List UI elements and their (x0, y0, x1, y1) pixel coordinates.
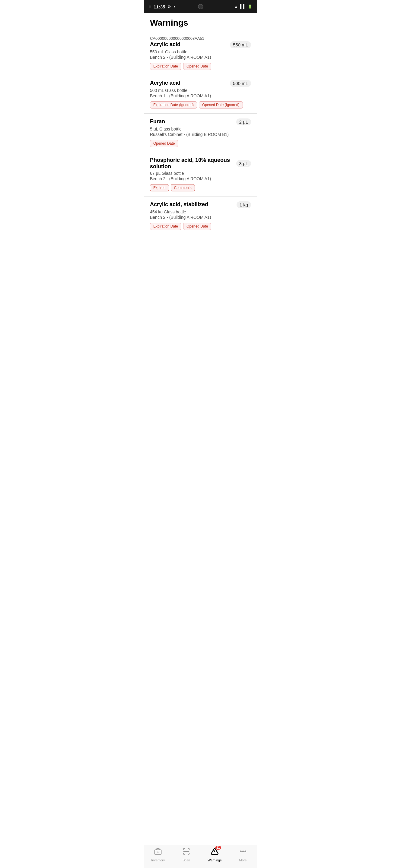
list-item[interactable]: Acrylic acid, stabilized 1 kg 454 kg Gla… (144, 196, 257, 235)
svg-point-8 (245, 851, 246, 852)
nav-item-more[interactable]: More (229, 847, 257, 862)
nav-item-scan[interactable]: Scan (172, 847, 201, 862)
nav-label-warnings: Warnings (208, 858, 222, 862)
signal-icon: ▌▌ (240, 4, 246, 9)
list-item[interactable]: Furan 2 μL 5 μL Glass bottle Russell's C… (144, 114, 257, 152)
tag-expiration-date: Expiration Date (150, 223, 181, 230)
item-description: 454 kg Glass bottle (150, 210, 251, 214)
item-quantity: 2 μL (236, 119, 251, 125)
item-tags: Expiration Date Opened Date (150, 63, 251, 70)
nav-label-more: More (239, 858, 247, 862)
nav-label-scan: Scan (182, 858, 190, 862)
item-tags: Expiration Date Opened Date (150, 223, 251, 230)
item-name: Acrylic acid (150, 41, 228, 48)
bottom-nav: Inventory Scan 11 Warnings (144, 845, 257, 868)
item-quantity: 500 mL (230, 80, 251, 87)
more-icon (239, 847, 247, 857)
tag-expiration-date-ignored: Expiration Date (Ignored) (150, 101, 197, 108)
item-location: Bench 2 - (Building A ROOM A1) (150, 176, 251, 181)
tag-expiration-date: Expiration Date (150, 63, 181, 70)
nav-item-inventory[interactable]: Inventory (144, 847, 172, 862)
tag-opened-date: Opened Date (183, 63, 211, 70)
item-id: CA000000000000000003AA51 (150, 36, 251, 41)
item-location: Bench 1 - (Building A ROOM A1) (150, 93, 251, 98)
item-quantity: 550 mL (230, 41, 251, 48)
tag-opened-date: Opened Date (183, 223, 211, 230)
item-quantity: 1 kg (236, 201, 251, 208)
item-tags: Opened Date (150, 140, 251, 147)
item-description: 500 mL Glass bottle (150, 88, 251, 93)
item-location: Russell's Cabinet - (Building B ROOM B1) (150, 132, 251, 137)
tag-opened-date: Opened Date (150, 140, 178, 147)
status-time: 11:35 (153, 4, 165, 9)
item-description: 67 μL Glass bottle (150, 171, 251, 176)
list-item[interactable]: Phosphoric acid, 10% aqueous solution 3 … (144, 152, 257, 196)
item-name: Acrylic acid, stabilized (150, 201, 234, 208)
wifi-icon: ▲ (234, 4, 238, 9)
item-name: Acrylic acid (150, 80, 228, 86)
recording-indicator (149, 5, 151, 8)
battery-icon: 🔋 (248, 4, 252, 9)
status-bar: 11:35 ⚙ ▪ ▲ ▌▌ 🔋 (144, 0, 257, 13)
camera-notch (198, 4, 203, 9)
warnings-list: CA000000000000000003AA51 Acrylic acid 55… (144, 31, 257, 259)
tag-opened-date-ignored: Opened Date (Ignored) (199, 101, 242, 108)
item-name: Furan (150, 119, 234, 125)
list-item[interactable]: CA000000000000000003AA51 Acrylic acid 55… (144, 31, 257, 75)
item-description: 550 mL Glass bottle (150, 50, 251, 54)
scan-icon (182, 847, 191, 857)
svg-point-6 (240, 851, 241, 852)
page-title: Warnings (144, 13, 257, 31)
inventory-icon (154, 847, 162, 857)
item-tags: Expired Comments (150, 184, 251, 191)
warnings-badge: 11 (215, 846, 221, 849)
item-location: Bench 2 - (Building A ROOM A1) (150, 55, 251, 60)
item-tags: Expiration Date (Ignored) Opened Date (I… (150, 101, 251, 108)
item-description: 5 μL Glass bottle (150, 127, 251, 131)
svg-point-7 (242, 851, 244, 852)
list-item[interactable]: Acrylic acid 500 mL 500 mL Glass bottle … (144, 75, 257, 114)
tag-comments: Comments (171, 184, 195, 191)
item-name: Phosphoric acid, 10% aqueous solution (150, 157, 234, 170)
warnings-icon: 11 (210, 847, 219, 857)
battery-status-icon: ▪ (173, 4, 175, 9)
settings-icon: ⚙ (168, 4, 171, 9)
item-quantity: 3 μL (236, 160, 251, 167)
item-location: Bench 2 - (Building A ROOM A1) (150, 215, 251, 220)
nav-item-warnings[interactable]: 11 Warnings (201, 847, 229, 862)
nav-label-inventory: Inventory (151, 858, 165, 862)
tag-expired: Expired (150, 184, 169, 191)
